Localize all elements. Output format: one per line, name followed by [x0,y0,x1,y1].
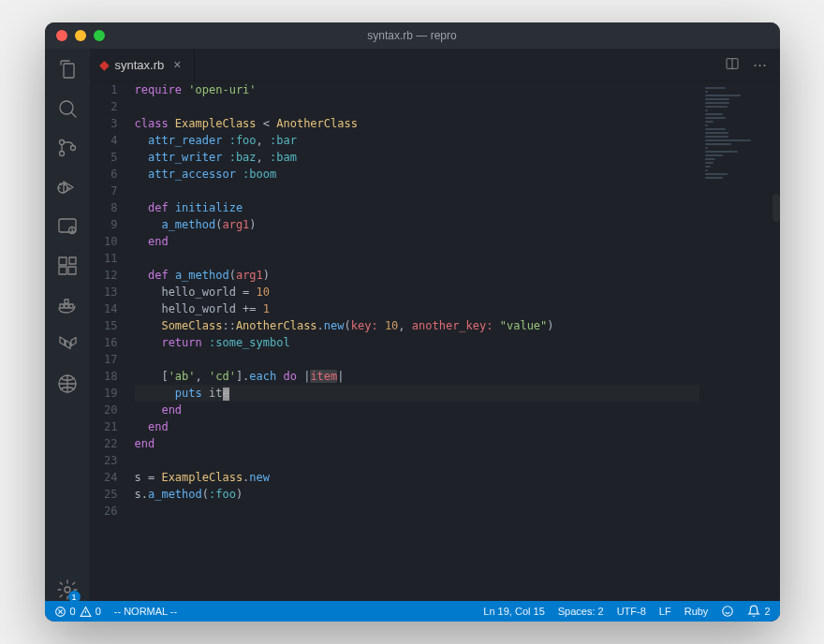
window-title: syntax.rb — repro [367,29,456,42]
minimize-window-button[interactable] [75,30,86,41]
status-bar: 0 0 -- NORMAL -- Ln 19, Col 15 Spaces: 2… [45,601,780,622]
editor-actions: ⋯ [725,49,780,80]
encoding-status[interactable]: UTF-8 [617,606,646,617]
overview-ruler[interactable] [771,81,780,601]
indentation-status[interactable]: Spaces: 2 [558,606,604,617]
svg-rect-12 [65,304,68,308]
search-icon[interactable] [56,97,79,120]
code-content[interactable]: require 'open-uri' class ExampleClass < … [135,81,699,601]
remote-explorer-icon[interactable] [56,215,79,238]
maximize-window-button[interactable] [94,30,105,41]
debug-icon[interactable] [56,176,79,198]
svg-rect-14 [65,300,68,303]
tab-close-button[interactable]: × [169,57,184,72]
svg-rect-7 [59,257,66,265]
split-editor-icon[interactable] [725,56,740,74]
svg-rect-9 [68,267,76,274]
tab-bar: ◆ syntax.rb × ⋯ [90,49,780,81]
svg-rect-5 [59,219,76,232]
tab-filename: syntax.rb [115,58,165,72]
more-actions-icon[interactable]: ⋯ [753,56,767,73]
ruby-file-icon: ◆ [99,57,110,72]
window-controls [56,30,105,41]
live-share-icon[interactable] [56,373,79,395]
svg-rect-10 [69,257,76,264]
line-number-gutter: 1234567891011121314151617181920212223242… [90,81,135,601]
tab-syntax-rb[interactable]: ◆ syntax.rb × [90,49,196,80]
settings-gear-icon[interactable]: 1 [56,578,79,601]
cursor-position-status[interactable]: Ln 19, Col 15 [483,606,544,617]
vim-mode-status[interactable]: -- NORMAL -- [114,606,177,617]
svg-point-0 [60,101,73,114]
extensions-icon[interactable] [56,255,79,277]
svg-point-16 [65,587,70,593]
explorer-icon[interactable] [56,58,79,80]
activity-bar: 1 [45,49,90,601]
warning-count: 0 [96,606,101,617]
feedback-icon[interactable] [721,605,734,618]
minimap[interactable] [699,81,771,601]
terraform-icon[interactable] [56,333,79,356]
settings-badge: 1 [68,591,81,603]
app-window: syntax.rb — repro 1 ◆ syntax.rb [45,22,780,622]
problems-status[interactable]: 0 0 [54,606,101,618]
docker-icon[interactable] [56,294,79,316]
svg-rect-11 [60,304,64,308]
svg-point-19 [723,607,733,617]
notifications-status[interactable]: 2 [747,605,770,618]
eol-status[interactable]: LF [659,606,671,617]
workbench-body: 1 ◆ syntax.rb × ⋯ 1234567891011121314151… [45,49,780,601]
text-editor[interactable]: 1234567891011121314151617181920212223242… [90,81,780,601]
titlebar: syntax.rb — repro [45,22,780,49]
svg-point-3 [70,146,75,151]
notification-count: 2 [764,606,770,617]
error-count: 0 [70,606,76,617]
source-control-icon[interactable] [56,137,79,159]
editor-group: ◆ syntax.rb × ⋯ 123456789101112131415161… [90,49,780,601]
close-window-button[interactable] [56,30,67,41]
language-mode-status[interactable]: Ruby [684,606,709,617]
svg-point-2 [59,152,64,156]
svg-rect-13 [69,304,73,308]
svg-rect-8 [59,267,66,274]
